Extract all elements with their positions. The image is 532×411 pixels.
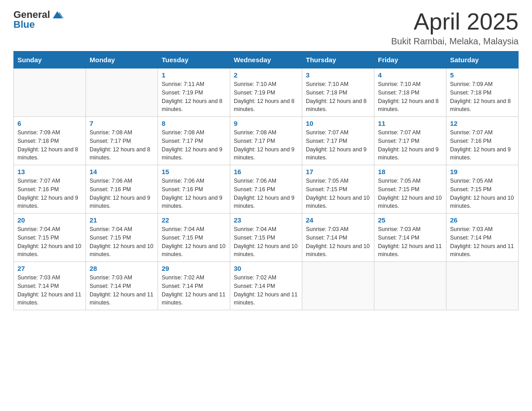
week-row-2: 6Sunrise: 7:09 AMSunset: 7:18 PMDaylight… — [14, 117, 519, 165]
day-number: 5 — [450, 71, 515, 79]
day-info: Sunrise: 7:04 AMSunset: 7:15 PMDaylight:… — [90, 225, 154, 259]
column-header-thursday: Thursday — [302, 51, 374, 68]
calendar-cell: 6Sunrise: 7:09 AMSunset: 7:18 PMDaylight… — [14, 117, 86, 165]
calendar-cell: 2Sunrise: 7:10 AMSunset: 7:19 PMDaylight… — [230, 68, 302, 117]
column-header-saturday: Saturday — [446, 51, 519, 68]
calendar-header-row: SundayMondayTuesdayWednesdayThursdayFrid… — [14, 51, 519, 68]
day-info: Sunrise: 7:06 AMSunset: 7:16 PMDaylight:… — [162, 177, 226, 210]
day-number: 13 — [17, 168, 82, 176]
day-number: 24 — [306, 216, 370, 224]
month-title: April 2025 — [391, 9, 519, 34]
column-header-monday: Monday — [86, 51, 158, 68]
day-info: Sunrise: 7:07 AMSunset: 7:16 PMDaylight:… — [17, 177, 82, 210]
day-info: Sunrise: 7:03 AMSunset: 7:14 PMDaylight:… — [90, 274, 154, 307]
calendar-cell: 1Sunrise: 7:11 AMSunset: 7:19 PMDaylight… — [158, 68, 230, 117]
calendar-cell: 5Sunrise: 7:09 AMSunset: 7:18 PMDaylight… — [446, 68, 519, 117]
day-info: Sunrise: 7:06 AMSunset: 7:16 PMDaylight:… — [90, 177, 154, 210]
day-number: 30 — [234, 265, 298, 272]
logo-text-blue: Blue — [13, 19, 35, 30]
day-info: Sunrise: 7:07 AMSunset: 7:17 PMDaylight:… — [306, 128, 370, 162]
location: Bukit Rambai, Melaka, Malaysia — [391, 36, 519, 47]
day-info: Sunrise: 7:02 AMSunset: 7:14 PMDaylight:… — [234, 274, 298, 307]
day-info: Sunrise: 7:07 AMSunset: 7:17 PMDaylight:… — [378, 128, 442, 162]
day-number: 8 — [162, 120, 226, 127]
day-info: Sunrise: 7:04 AMSunset: 7:15 PMDaylight:… — [162, 225, 226, 259]
calendar-cell: 22Sunrise: 7:04 AMSunset: 7:15 PMDayligh… — [158, 214, 230, 262]
day-info: Sunrise: 7:09 AMSunset: 7:18 PMDaylight:… — [17, 128, 82, 162]
day-number: 9 — [234, 120, 298, 127]
calendar-cell — [14, 68, 86, 117]
calendar-cell: 7Sunrise: 7:08 AMSunset: 7:17 PMDaylight… — [86, 117, 158, 165]
day-number: 10 — [306, 120, 370, 127]
calendar-cell: 3Sunrise: 7:10 AMSunset: 7:18 PMDaylight… — [302, 68, 374, 117]
day-number: 27 — [17, 265, 82, 272]
day-number: 4 — [378, 71, 442, 79]
calendar-cell: 4Sunrise: 7:10 AMSunset: 7:18 PMDaylight… — [374, 68, 446, 117]
calendar-cell: 12Sunrise: 7:07 AMSunset: 7:16 PMDayligh… — [446, 117, 519, 165]
calendar-cell: 18Sunrise: 7:05 AMSunset: 7:15 PMDayligh… — [374, 165, 446, 214]
day-number: 1 — [162, 71, 226, 79]
day-number: 20 — [17, 216, 82, 224]
calendar-cell: 29Sunrise: 7:02 AMSunset: 7:14 PMDayligh… — [158, 262, 230, 310]
day-info: Sunrise: 7:07 AMSunset: 7:16 PMDaylight:… — [450, 128, 515, 162]
day-info: Sunrise: 7:10 AMSunset: 7:19 PMDaylight:… — [234, 80, 298, 114]
day-number: 12 — [450, 120, 515, 127]
calendar-cell: 26Sunrise: 7:03 AMSunset: 7:14 PMDayligh… — [446, 214, 519, 262]
day-number: 22 — [162, 216, 226, 224]
title-section: April 2025 Bukit Rambai, Melaka, Malaysi… — [391, 9, 519, 47]
day-info: Sunrise: 7:11 AMSunset: 7:19 PMDaylight:… — [162, 80, 226, 114]
day-info: Sunrise: 7:03 AMSunset: 7:14 PMDaylight:… — [306, 225, 370, 259]
day-info: Sunrise: 7:08 AMSunset: 7:17 PMDaylight:… — [234, 128, 298, 162]
calendar-cell: 13Sunrise: 7:07 AMSunset: 7:16 PMDayligh… — [14, 165, 86, 214]
week-row-1: 1Sunrise: 7:11 AMSunset: 7:19 PMDaylight… — [14, 68, 519, 117]
day-number: 21 — [90, 216, 154, 224]
day-number: 3 — [306, 71, 370, 79]
day-info: Sunrise: 7:09 AMSunset: 7:18 PMDaylight:… — [450, 80, 515, 114]
calendar-cell: 30Sunrise: 7:02 AMSunset: 7:14 PMDayligh… — [230, 262, 302, 310]
day-info: Sunrise: 7:05 AMSunset: 7:15 PMDaylight:… — [378, 177, 442, 210]
day-number: 18 — [378, 168, 442, 176]
column-header-wednesday: Wednesday — [230, 51, 302, 68]
day-number: 2 — [234, 71, 298, 79]
day-number: 7 — [90, 120, 154, 127]
calendar-cell: 10Sunrise: 7:07 AMSunset: 7:17 PMDayligh… — [302, 117, 374, 165]
day-info: Sunrise: 7:08 AMSunset: 7:17 PMDaylight:… — [90, 128, 154, 162]
day-info: Sunrise: 7:04 AMSunset: 7:15 PMDaylight:… — [17, 225, 82, 259]
day-number: 28 — [90, 265, 154, 272]
day-info: Sunrise: 7:02 AMSunset: 7:14 PMDaylight:… — [162, 274, 226, 307]
day-info: Sunrise: 7:04 AMSunset: 7:15 PMDaylight:… — [234, 225, 298, 259]
calendar-cell: 20Sunrise: 7:04 AMSunset: 7:15 PMDayligh… — [14, 214, 86, 262]
day-number: 16 — [234, 168, 298, 176]
calendar-cell — [374, 262, 446, 310]
calendar-cell: 17Sunrise: 7:05 AMSunset: 7:15 PMDayligh… — [302, 165, 374, 214]
day-number: 6 — [17, 120, 82, 127]
day-info: Sunrise: 7:10 AMSunset: 7:18 PMDaylight:… — [306, 80, 370, 114]
calendar-cell: 19Sunrise: 7:05 AMSunset: 7:15 PMDayligh… — [446, 165, 519, 214]
calendar-cell — [302, 262, 374, 310]
calendar-cell: 14Sunrise: 7:06 AMSunset: 7:16 PMDayligh… — [86, 165, 158, 214]
calendar-cell — [86, 68, 158, 117]
page-header: General Blue April 2025 Bukit Rambai, Me… — [13, 9, 519, 47]
day-number: 26 — [450, 216, 515, 224]
calendar-cell: 11Sunrise: 7:07 AMSunset: 7:17 PMDayligh… — [374, 117, 446, 165]
calendar-cell — [446, 262, 519, 310]
day-info: Sunrise: 7:10 AMSunset: 7:18 PMDaylight:… — [378, 80, 442, 114]
day-number: 15 — [162, 168, 226, 176]
calendar-cell: 28Sunrise: 7:03 AMSunset: 7:14 PMDayligh… — [86, 262, 158, 310]
column-header-tuesday: Tuesday — [158, 51, 230, 68]
day-info: Sunrise: 7:03 AMSunset: 7:14 PMDaylight:… — [17, 274, 82, 307]
day-info: Sunrise: 7:05 AMSunset: 7:15 PMDaylight:… — [306, 177, 370, 210]
day-number: 17 — [306, 168, 370, 176]
calendar-table: SundayMondayTuesdayWednesdayThursdayFrid… — [13, 51, 519, 310]
day-number: 29 — [162, 265, 226, 272]
calendar-cell: 8Sunrise: 7:08 AMSunset: 7:17 PMDaylight… — [158, 117, 230, 165]
day-info: Sunrise: 7:03 AMSunset: 7:14 PMDaylight:… — [450, 225, 515, 259]
day-info: Sunrise: 7:06 AMSunset: 7:16 PMDaylight:… — [234, 177, 298, 210]
day-number: 11 — [378, 120, 442, 127]
logo: General Blue — [13, 9, 64, 30]
column-header-friday: Friday — [374, 51, 446, 68]
week-row-3: 13Sunrise: 7:07 AMSunset: 7:16 PMDayligh… — [14, 165, 519, 214]
column-header-sunday: Sunday — [14, 51, 86, 68]
calendar-cell: 15Sunrise: 7:06 AMSunset: 7:16 PMDayligh… — [158, 165, 230, 214]
calendar-cell: 9Sunrise: 7:08 AMSunset: 7:17 PMDaylight… — [230, 117, 302, 165]
